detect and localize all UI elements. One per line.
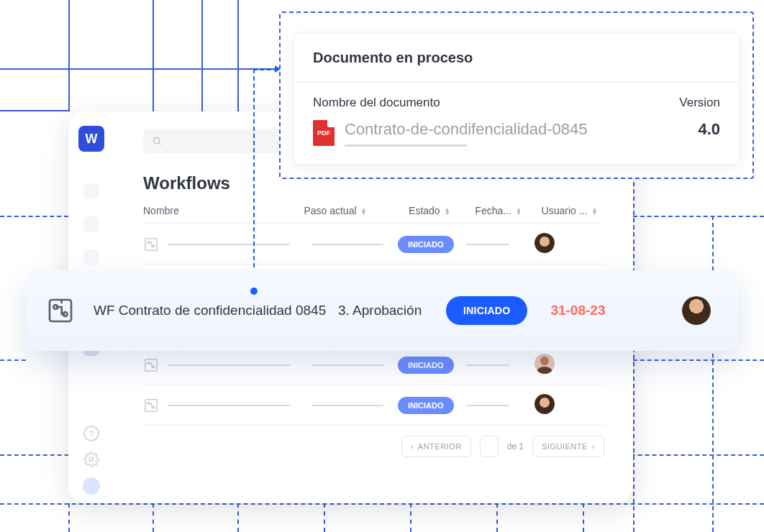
next-label: SIGUIENTE [542,442,588,451]
document-filename[interactable]: Contrato-de-condifencialidad-0845 [345,120,588,139]
workflow-icon [46,296,75,325]
workflow-date: 31-08-23 [550,303,605,318]
table-header: Nombre Paso actual▲▼ Estado▲▼ Fecha...▲▼… [143,205,604,224]
status-badge: INICIADO [398,397,454,414]
app-logo[interactable]: W [78,126,104,152]
sort-icon: ▲▼ [591,208,597,215]
document-name-label: Nombre del documento [313,96,440,110]
help-icon[interactable]: ? [83,426,99,441]
user-avatar [535,354,555,374]
svg-rect-14 [50,300,71,321]
gear-icon[interactable] [83,451,99,467]
column-header-date[interactable]: Fecha...▲▼ [475,205,541,216]
column-header-name[interactable]: Nombre [143,205,304,216]
sort-icon: ▲▼ [445,208,450,215]
sidebar-nav-item-1[interactable] [83,183,99,199]
svg-point-1 [153,137,159,143]
chevron-right-icon: › [592,442,595,451]
chevron-left-icon: ‹ [411,442,414,451]
document-version: 4.0 [698,120,720,139]
workflow-icon [143,237,159,252]
user-avatar [682,296,711,325]
status-badge: INICIADO [446,296,527,325]
table-row[interactable]: INICIADO [143,385,604,426]
search-icon [152,136,162,146]
user-avatar [535,394,555,414]
document-popover: Documento en proceso Nombre del document… [279,12,754,179]
workflow-icon [143,357,159,373]
prev-button[interactable]: ‹ ANTERIOR [401,436,471,457]
highlighted-row[interactable]: WF Contrato de confidencialidad 0845 3. … [26,270,738,351]
sidebar-nav-item-3[interactable] [83,249,99,265]
svg-point-0 [89,457,94,462]
svg-rect-11 [145,399,158,411]
prev-label: ANTERIOR [418,442,462,451]
column-header-status[interactable]: Estado▲▼ [409,205,475,216]
pdf-icon: PDF [313,120,335,146]
pagination: ‹ ANTERIOR de 1 SIGUIENTE › [143,436,604,457]
sort-icon: ▲▼ [516,208,522,215]
status-badge: INICIADO [398,236,454,253]
table-row[interactable]: INICIADO [143,345,604,385]
table-row[interactable]: INICIADO [143,224,604,265]
next-button[interactable]: SIGUIENTE › [532,436,604,457]
workflow-step: 3. Aprobación [338,303,446,318]
status-badge: INICIADO [398,357,454,374]
user-avatar-sidebar[interactable] [83,477,100,495]
svg-rect-3 [145,238,158,250]
document-version-label: Version [679,96,720,110]
page-of-label: de 1 [507,441,524,451]
sort-icon: ▲▼ [361,208,367,215]
user-avatar [535,233,555,253]
sidebar-nav-item-2[interactable] [83,216,99,232]
svg-rect-8 [145,359,158,371]
popover-title: Documento en proceso [294,34,739,83]
svg-line-2 [159,143,161,145]
workflow-name: WF Contrato de confidencialidad 0845 [94,303,338,318]
column-header-user[interactable]: Usuario ...▲▼ [542,205,604,216]
column-header-step[interactable]: Paso actual▲▼ [304,205,409,216]
page-number-input[interactable] [480,436,499,457]
workflow-icon [143,398,159,413]
